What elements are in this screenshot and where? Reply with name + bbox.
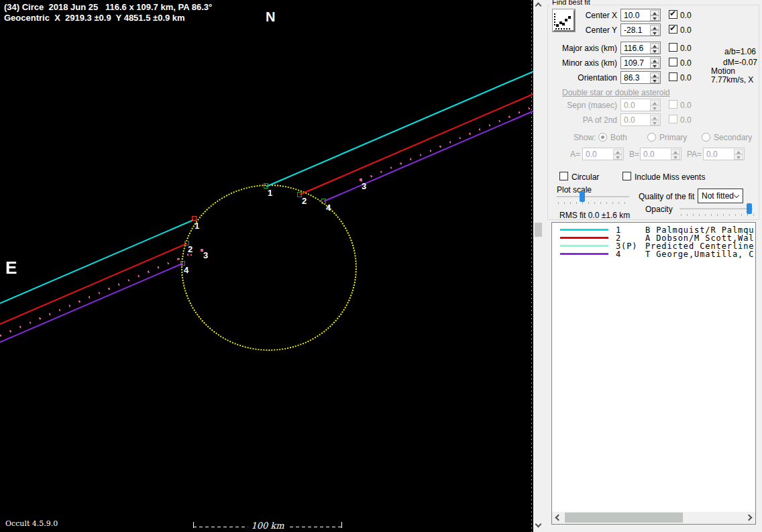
pa-of-2nd-label: PA of 2nd	[560, 115, 617, 125]
chord-label: 3	[362, 181, 366, 191]
spin-down-arrow	[734, 154, 743, 160]
center-x-value[interactable]: 10.0	[624, 11, 639, 20]
spin-up-arrow[interactable]	[650, 10, 659, 15]
spin-down-arrow	[650, 105, 659, 111]
opacity-slider-track[interactable]	[679, 208, 753, 209]
quality-of-fit-label: Quality of the fit	[639, 192, 694, 201]
spin-down-arrow[interactable]	[650, 48, 659, 54]
fit-control-panel: Find best fit Center X 10.0 ✔ 0.0	[543, 0, 762, 532]
opacity-slider-ticks	[681, 214, 754, 216]
show-label: Show:	[574, 133, 596, 142]
chord-label: 4	[184, 265, 188, 275]
scroll-down-arrow-icon[interactable]	[535, 521, 542, 528]
circular-checkbox[interactable]	[559, 172, 568, 180]
east-direction-label: E	[5, 258, 17, 278]
radio-both	[598, 133, 607, 142]
plot-scale-slider-ticks	[558, 202, 631, 204]
chord-label: 2	[188, 244, 193, 254]
sepn-lock-checkbox	[669, 100, 677, 109]
pa-label: PA=	[687, 150, 702, 159]
chord-plot-canvas[interactable]: (34) Circe 2018 Jun 25 116.6 x 109.7 km,…	[0, 0, 533, 532]
legend-line-swatch	[560, 253, 608, 255]
minor-axis-value[interactable]: 109.7	[624, 58, 644, 68]
center-y-input[interactable]: -28.1	[620, 23, 661, 36]
minor-axis-input[interactable]: 109.7	[620, 56, 661, 69]
b-value: 0.0	[643, 150, 655, 159]
groupbox-title: Find best fit	[550, 0, 592, 6]
orientation-lock-value: 0.0	[680, 73, 692, 83]
pa-input: 0.0	[703, 148, 745, 160]
reappearance-marker-chord1	[192, 216, 197, 221]
quality-of-fit-value: Not fitted	[702, 191, 734, 201]
chord2-segment-right	[300, 93, 533, 195]
spin-up-arrow	[671, 149, 680, 154]
orientation-label: Orientation	[550, 73, 617, 83]
pa-value: 0.0	[706, 150, 718, 159]
vertical-scrollbar-thumb[interactable]	[535, 223, 542, 237]
quality-of-fit-dropdown[interactable]: Not fitted	[698, 189, 743, 203]
center-x-lock-checkbox[interactable]: ✔	[669, 10, 677, 19]
plot-scale-label: Plot scale	[557, 185, 592, 195]
include-miss-events-checkbox[interactable]	[622, 172, 631, 180]
spin-up-arrow	[613, 149, 622, 154]
scroll-left-arrow-icon[interactable]	[555, 515, 562, 521]
scale-bar: 100 km	[193, 522, 342, 530]
spin-down-arrow[interactable]	[650, 15, 659, 21]
center-y-value[interactable]: -28.1	[624, 25, 642, 35]
north-direction-label: N	[266, 9, 275, 25]
motion-value: 7.77km/s, X	[711, 75, 753, 85]
scroll-right-arrow-icon[interactable]	[746, 515, 753, 521]
horizontal-scrollbar-thumb[interactable]	[565, 513, 683, 523]
spin-up-arrow[interactable]	[650, 58, 659, 63]
scroll-up-arrow-icon[interactable]	[535, 3, 542, 9]
spin-up-arrow[interactable]	[650, 25, 659, 30]
spin-down-arrow[interactable]	[650, 78, 659, 83]
radio-secondary	[702, 133, 710, 142]
spin-up-arrow[interactable]	[650, 72, 659, 78]
a-value: 0.0	[586, 150, 597, 159]
spin-down-arrow	[650, 120, 659, 125]
chord-label: 1	[268, 188, 272, 198]
spin-up-arrow	[734, 149, 743, 154]
pa-of-2nd-lock-value: 0.0	[680, 115, 692, 125]
major-axis-input[interactable]: 116.6	[620, 42, 661, 54]
chord-label: 1	[195, 221, 199, 231]
minor-axis-lock-checkbox[interactable]	[669, 58, 677, 66]
center-y-lock-value: 0.0	[680, 25, 692, 35]
disappearance-marker-chord2	[297, 192, 302, 197]
opacity-label: Opacity	[645, 205, 673, 214]
main-vertical-scrollbar[interactable]	[533, 0, 543, 532]
pa-of-2nd-lock-checkbox	[669, 115, 677, 123]
orientation-lock-checkbox[interactable]	[669, 72, 677, 81]
occult-fit-window: (34) Circe 2018 Jun 25 116.6 x 109.7 km,…	[0, 0, 762, 532]
plot-scale-slider-track[interactable]	[557, 196, 629, 197]
center-x-input[interactable]: 10.0	[620, 9, 661, 21]
legend-row-number: 4	[616, 250, 621, 258]
center-x-label: Center X	[563, 11, 617, 20]
spin-down-arrow[interactable]	[650, 30, 659, 36]
major-axis-label: Major axis (km)	[550, 44, 617, 53]
minor-axis-lock-value: 0.0	[680, 58, 692, 68]
spin-up-arrow	[650, 100, 659, 105]
sepn-value: 0.0	[624, 101, 635, 110]
orientation-input[interactable]: 86.3	[620, 71, 661, 84]
observer-legend-listbox[interactable]: 1 B Palmquist/R Palmqu 2 A Dobson/M Scot…	[551, 222, 756, 525]
orientation-value[interactable]: 86.3	[624, 73, 639, 83]
radio-primary-label: Primary	[659, 133, 687, 142]
spin-down-arrow[interactable]	[650, 63, 659, 68]
sepn-lock-value: 0.0	[680, 101, 692, 110]
spin-up-arrow[interactable]	[650, 43, 659, 48]
minor-axis-label: Minor axis (km)	[550, 58, 617, 68]
center-y-lock-checkbox[interactable]: ✔	[669, 25, 677, 34]
legend-row[interactable]: 4 T George,Umatilla, C	[552, 250, 755, 258]
radio-primary	[647, 133, 656, 142]
major-axis-value[interactable]: 116.6	[624, 44, 643, 53]
disappearance-marker-chord4	[321, 199, 326, 204]
chord-label: 3	[203, 250, 208, 260]
legend-horizontal-scrollbar[interactable]	[552, 512, 755, 524]
opacity-slider-thumb[interactable]	[747, 203, 752, 214]
legend-observer-name: T George,Umatilla, C	[645, 250, 755, 258]
plot-scale-slider-thumb[interactable]	[580, 191, 585, 202]
spin-down-arrow	[671, 154, 680, 160]
major-axis-lock-checkbox[interactable]	[669, 43, 677, 52]
